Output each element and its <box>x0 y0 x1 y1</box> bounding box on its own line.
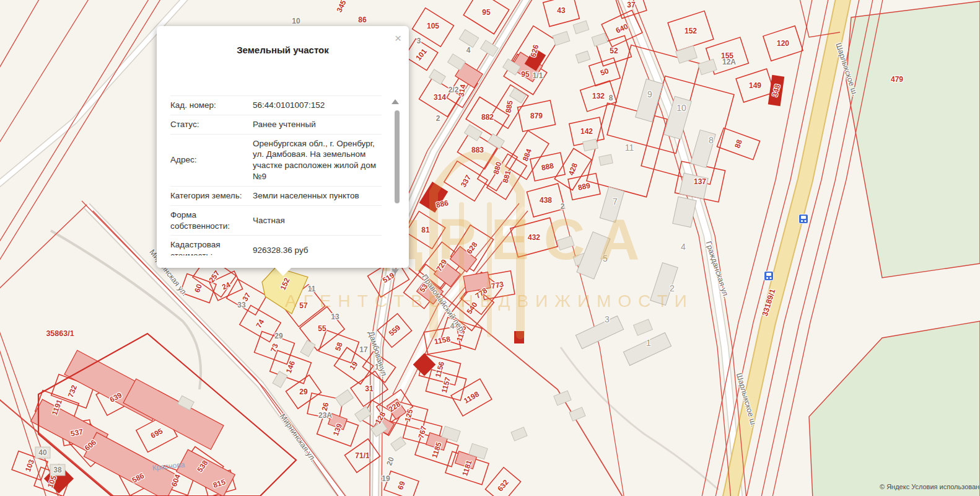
scroll-up-icon[interactable] <box>392 99 399 104</box>
field-value: Земли населенных пунктов <box>253 190 382 202</box>
info-row: Категория земель:Земли населенных пункто… <box>170 187 382 206</box>
info-row: Кадастровая стоимость:926328.36 руб <box>170 236 382 255</box>
field-label: Кадастровая стоимость: <box>170 239 253 255</box>
field-label: Категория земель: <box>170 190 253 202</box>
popup-pointer <box>274 267 292 285</box>
popup-title: Земельный участок <box>157 26 409 55</box>
scroll-down-icon[interactable] <box>392 269 399 274</box>
info-row: Форма собственности:Частная <box>170 206 382 236</box>
close-icon[interactable]: × <box>395 32 401 44</box>
field-label: Форма собственности: <box>170 210 253 232</box>
parcel-info-popup: × Земельный участок Кад. номер:56:44:010… <box>157 26 409 268</box>
field-value: Ранее учтенный <box>253 119 382 130</box>
cadastral-map-app: { "popup": { "title": "Земельный участок… <box>0 0 980 496</box>
info-row: Кад. номер:56:44:0101007:152 <box>170 96 382 115</box>
field-label: Кад. номер: <box>170 100 253 111</box>
field-value: 926328.36 руб <box>253 245 382 255</box>
map-attribution: © Яндекс Условия использования <box>880 483 980 490</box>
field-label: Адрес: <box>170 154 253 166</box>
parcel-attributes: Кад. номер:56:44:0101007:152Статус:Ранее… <box>170 95 382 255</box>
scrollbar-thumb[interactable] <box>395 110 400 203</box>
field-value: Оренбургская обл., г. Оренбург, ул. Дамб… <box>253 138 382 182</box>
bus-stop-icon[interactable] <box>764 271 774 281</box>
field-label: Статус: <box>170 119 253 130</box>
bus-stop-icon[interactable] <box>798 214 808 224</box>
map-canvas[interactable] <box>0 0 980 496</box>
info-row: Адрес:Оренбургская обл., г. Оренбург, ул… <box>170 135 382 187</box>
field-value: Частная <box>253 215 382 226</box>
field-value: 56:44:0101007:152 <box>253 100 382 111</box>
info-row: Статус:Ранее учтенный <box>170 115 382 135</box>
